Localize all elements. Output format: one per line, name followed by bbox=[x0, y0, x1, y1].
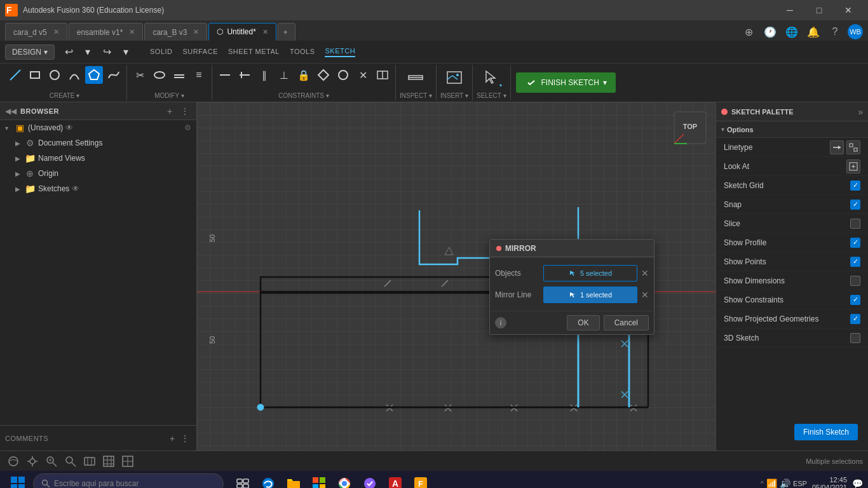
user-button[interactable]: WB bbox=[848, 24, 863, 39]
show-points-checkbox[interactable]: ✓ bbox=[850, 257, 860, 267]
linetype-btn1[interactable] bbox=[830, 140, 844, 154]
tab-ensamble[interactable]: ensamble v1* ✕ bbox=[69, 23, 144, 41]
rectangle-button[interactable] bbox=[26, 66, 44, 84]
tab-sketch[interactable]: SKETCH bbox=[325, 47, 355, 57]
tree-eye-sketches[interactable]: 👁 bbox=[72, 184, 79, 193]
tree-item-unsaved[interactable]: ▾ ▣ (Unsaved) 👁 ⚙ bbox=[0, 120, 196, 135]
show-dimensions-checkbox[interactable] bbox=[850, 276, 860, 286]
collinear-btn[interactable] bbox=[236, 66, 254, 84]
perpendicular-btn[interactable]: ⊥ bbox=[275, 66, 293, 84]
grid-settings-button[interactable] bbox=[100, 453, 117, 470]
line-button[interactable] bbox=[6, 66, 24, 84]
file-explorer-button[interactable] bbox=[282, 472, 305, 488]
projected-geo-checkbox[interactable]: ✓ bbox=[850, 314, 860, 324]
tab-add[interactable]: + bbox=[278, 23, 295, 41]
comments-collapse-icon[interactable]: ⋮ bbox=[179, 432, 191, 445]
finish-sketch-button[interactable]: FINISH SKETCH ▾ bbox=[516, 72, 616, 93]
tree-eye-unsaved[interactable]: 👁 bbox=[65, 123, 73, 132]
tab-cara-d-close[interactable]: ✕ bbox=[53, 28, 59, 36]
redo-button[interactable]: ↪ bbox=[98, 43, 116, 61]
measure-button[interactable] bbox=[404, 66, 427, 89]
mirror-cancel-button[interactable]: Cancel bbox=[604, 315, 649, 330]
mirror-objects-clear[interactable]: ✕ bbox=[641, 268, 649, 278]
volume-icon[interactable]: 🔊 bbox=[780, 478, 790, 488]
tab-cara-b[interactable]: cara_B v3 ✕ bbox=[144, 23, 207, 41]
notification-center-button[interactable]: 💬 bbox=[852, 478, 863, 488]
extend-button[interactable] bbox=[151, 66, 168, 84]
select-button[interactable]: ▾ bbox=[480, 66, 503, 89]
start-button[interactable] bbox=[5, 471, 31, 488]
tree-item-doc-settings[interactable]: ▶ ⚙ Document Settings bbox=[0, 135, 196, 151]
tab-cara-b-close[interactable]: ✕ bbox=[193, 28, 199, 36]
snap-checkbox[interactable]: ✓ bbox=[850, 200, 860, 210]
arc-button[interactable] bbox=[65, 66, 83, 84]
symmetric-btn[interactable]: ✕ bbox=[354, 66, 372, 84]
undo-dropdown[interactable]: ▾ bbox=[79, 43, 97, 61]
3d-sketch-checkbox[interactable] bbox=[850, 333, 860, 343]
pan-button[interactable] bbox=[24, 453, 41, 470]
close-button[interactable]: ✕ bbox=[834, 0, 863, 20]
palette-finish-sketch-button[interactable]: Finish Sketch bbox=[794, 424, 858, 440]
view-cube[interactable]: TOP bbox=[671, 109, 709, 147]
palette-options-header[interactable]: ▾ Options bbox=[716, 121, 868, 138]
zoom-button[interactable] bbox=[43, 453, 60, 470]
tab-ensamble-close[interactable]: ✕ bbox=[129, 28, 135, 36]
axes-button[interactable] bbox=[119, 453, 136, 470]
red-app-button[interactable]: A bbox=[384, 472, 407, 488]
history-button[interactable]: 🕐 bbox=[761, 23, 779, 41]
tab-tools[interactable]: TOOLS bbox=[290, 48, 315, 57]
parallel-btn[interactable]: ∥ bbox=[255, 66, 273, 84]
tangent-btn[interactable] bbox=[334, 66, 352, 84]
mirror-objects-select[interactable]: 5 selected bbox=[543, 265, 637, 281]
display-settings-button[interactable] bbox=[81, 453, 98, 470]
polygon-button[interactable] bbox=[85, 66, 103, 84]
sketch-grid-checkbox[interactable]: ✓ bbox=[850, 180, 860, 191]
tree-item-origin[interactable]: ▶ ⊕ Origin bbox=[0, 166, 196, 181]
tab-solid[interactable]: SOLID bbox=[150, 48, 173, 57]
notification-button[interactable]: 🔔 bbox=[804, 23, 822, 41]
palette-expand-icon[interactable]: » bbox=[858, 107, 863, 117]
trim-button[interactable]: ✂ bbox=[131, 66, 149, 84]
tray-expand[interactable]: ^ bbox=[761, 480, 764, 487]
game-app-button[interactable]: F bbox=[409, 472, 432, 488]
store-button[interactable] bbox=[308, 472, 330, 488]
mirror-ok-button[interactable]: OK bbox=[567, 315, 599, 330]
vpn-button[interactable] bbox=[358, 472, 381, 488]
redo-dropdown[interactable]: ▾ bbox=[117, 43, 135, 61]
undo-button[interactable]: ↩ bbox=[60, 43, 78, 61]
zoom-fit-button[interactable] bbox=[62, 453, 79, 470]
midpoint-btn[interactable] bbox=[374, 66, 391, 84]
browser-settings-icon[interactable]: ⋮ bbox=[179, 105, 191, 118]
equal-btn[interactable] bbox=[315, 66, 332, 84]
mirror-line-select[interactable]: 1 selected bbox=[543, 287, 637, 303]
lock-btn[interactable]: 🔒 bbox=[295, 66, 313, 84]
tab-sheet-metal[interactable]: SHEET METAL bbox=[228, 48, 280, 57]
coincident-btn[interactable] bbox=[216, 66, 234, 84]
tree-gear-unsaved[interactable]: ⚙ bbox=[184, 123, 191, 132]
edge-button[interactable] bbox=[257, 472, 280, 488]
spline-button[interactable] bbox=[105, 66, 123, 84]
globe-button[interactable]: 🌐 bbox=[783, 23, 801, 41]
linetype-btn2[interactable] bbox=[846, 140, 860, 154]
clock[interactable]: 12:45 05/04/2021 bbox=[812, 476, 847, 488]
insert-image-button[interactable] bbox=[443, 66, 466, 89]
comments-add-icon[interactable]: + bbox=[166, 432, 179, 445]
new-tab-button[interactable]: ⊕ bbox=[740, 23, 757, 41]
help-button[interactable]: ? bbox=[826, 23, 844, 41]
minimize-button[interactable]: ─ bbox=[775, 0, 804, 20]
browser-collapse-icon[interactable]: ◀◀ bbox=[5, 107, 17, 116]
browser-expand-icon[interactable]: + bbox=[163, 105, 176, 118]
design-dropdown-button[interactable]: DESIGN ▾ bbox=[5, 44, 55, 60]
tree-item-sketches[interactable]: ▶ 📁 Sketches 👁 bbox=[0, 181, 196, 196]
task-view-button[interactable] bbox=[231, 472, 254, 488]
tree-item-named-views[interactable]: ▶ 📁 Named Views bbox=[0, 151, 196, 166]
orbit-button[interactable] bbox=[5, 453, 22, 470]
network-icon[interactable]: 📶 bbox=[766, 478, 777, 488]
offset-button[interactable]: ≡ bbox=[190, 66, 208, 84]
tab-surface[interactable]: SURFACE bbox=[183, 48, 218, 57]
canvas-area[interactable]: 50 50 bbox=[197, 102, 715, 451]
circle-button[interactable] bbox=[46, 66, 64, 84]
taskbar-search[interactable]: Escribe aquí para buscar bbox=[33, 473, 224, 488]
maximize-button[interactable]: □ bbox=[804, 0, 834, 20]
tab-cara-d[interactable]: cara_d v5 ✕ bbox=[5, 23, 67, 41]
